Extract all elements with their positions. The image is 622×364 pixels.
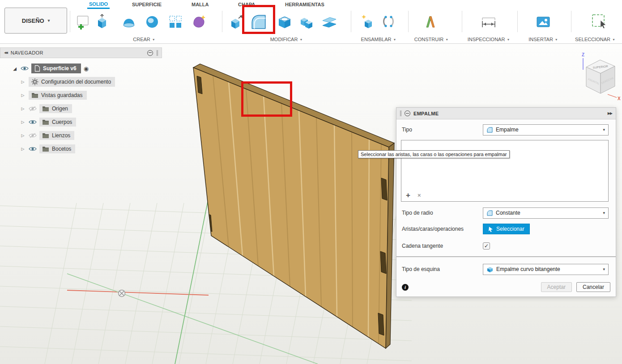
form-button[interactable] (189, 10, 209, 34)
chain-label: Cadena tangente (402, 243, 483, 249)
folder-icon (42, 119, 49, 125)
joint-button[interactable] (379, 10, 398, 34)
tab-herramientas[interactable]: HERRAMIENTAS (283, 0, 326, 9)
expand-arrow-icon[interactable]: ▷ (20, 147, 26, 151)
selection-list[interactable]: + × (401, 140, 609, 202)
remove-selection-icon[interactable]: × (418, 192, 421, 198)
navigator-root-item[interactable]: ◢ Superficie v6 ◉ (0, 63, 89, 74)
shell-button[interactable] (275, 10, 294, 34)
radio-type-label: Tipo de radio (402, 210, 483, 216)
navigator-item-canvases[interactable]: ▷ Lienzos (0, 130, 74, 141)
minimize-panel-icon[interactable] (147, 50, 153, 56)
seleccionar-button[interactable]: Seleccionar (483, 224, 530, 234)
design-dropdown[interactable]: DISEÑO ▾ (4, 8, 67, 34)
group-construir[interactable]: CONSTRUIR▼ (405, 36, 458, 43)
dock-dialog-icon[interactable]: ▶▶ (608, 111, 612, 115)
tab-malla[interactable]: MALLA (190, 0, 211, 9)
insert-image-button[interactable] (533, 10, 553, 34)
extrude-icon (94, 13, 111, 30)
navigator-item-origin[interactable]: ▷ Origen (0, 103, 72, 114)
visibility-on-icon[interactable] (29, 119, 37, 125)
viewcube[interactable]: Z SUPERIOR FRONTAL DERECHA X (576, 50, 622, 106)
aceptar-button[interactable]: Aceptar (541, 282, 572, 292)
collapse-panel-icon[interactable]: ◀◀ (4, 51, 7, 55)
sweep-button[interactable] (142, 10, 162, 34)
group-inspeccionar[interactable]: INSPECCIONAR▼ (462, 36, 515, 43)
measure-button[interactable] (479, 10, 498, 34)
caret-down-icon: ▾ (48, 18, 50, 23)
navigator-title: NAVEGADOR (11, 50, 43, 55)
group-seleccionar[interactable]: SELECCIONAR▼ (568, 36, 622, 43)
navigator-header[interactable]: ◀◀ NAVEGADOR (0, 47, 162, 58)
radio-type-dropdown[interactable]: Constante ▾ (483, 207, 609, 219)
construction-plane-button[interactable] (421, 10, 440, 34)
group-modificar[interactable]: MODIFICAR▼ (260, 36, 313, 43)
add-selection-icon[interactable]: + (406, 191, 410, 199)
dialog-drag-grip[interactable] (400, 110, 401, 116)
revolve-button[interactable] (119, 10, 139, 34)
group-crear[interactable]: CREAR▼ (122, 36, 166, 43)
corner-type-label: Tipo de esquina (402, 266, 483, 272)
root-item-label: Superficie v6 (43, 65, 77, 72)
tab-superficie[interactable]: SUPERFICIE (130, 0, 163, 9)
visibility-off-icon[interactable] (29, 106, 37, 111)
annotation-box-fillet-tool (242, 5, 275, 34)
caret-down-icon: ▼ (299, 38, 302, 41)
navigator-item-document-settings[interactable]: ▷ Configuración del documento (0, 76, 115, 88)
split-button[interactable] (320, 10, 339, 34)
create-sketch-button[interactable] (72, 10, 92, 34)
activate-component-icon[interactable]: ◉ (84, 65, 89, 72)
fusion-app: DISEÑO ▾ SOLIDO SUPERFICIE MALLA CHAPA H… (0, 0, 622, 364)
folder-icon (31, 93, 38, 98)
tipo-label: Tipo (402, 127, 483, 133)
radio-type-value: Constante (496, 210, 520, 216)
joint-icon (380, 13, 397, 30)
wood-panel-body[interactable] (193, 64, 394, 348)
y-axis-line (67, 274, 318, 364)
tipo-dropdown[interactable]: Empalme ▾ (483, 124, 609, 135)
annotation-box-panel-edge (241, 81, 292, 117)
combine-button[interactable] (297, 10, 317, 34)
viewcube-x-label: X (618, 96, 621, 101)
new-component-button[interactable] (358, 10, 378, 34)
expand-arrow-icon[interactable]: ▷ (20, 106, 26, 111)
sweep-icon (144, 13, 161, 30)
top-toolbar: DISEÑO ▾ SOLIDO SUPERFICIE MALLA CHAPA H… (0, 0, 622, 44)
expand-arrow-icon[interactable]: ▷ (20, 120, 26, 124)
caret-down-icon: ▾ (603, 127, 605, 132)
collapse-dialog-icon[interactable] (405, 110, 410, 116)
dialog-titlebar[interactable]: EMPALME ▶▶ (396, 108, 616, 119)
extrude-button[interactable] (92, 10, 112, 34)
panel-grip[interactable] (157, 50, 158, 56)
navigator-item-saved-views[interactable]: ▷ Vistas guardadas (0, 89, 87, 101)
pattern-button[interactable] (166, 10, 185, 34)
pattern-icon (167, 13, 184, 30)
expand-arrow-icon[interactable]: ▷ (20, 93, 26, 97)
caret-down-icon: ▼ (612, 38, 615, 41)
info-icon[interactable]: i (402, 284, 409, 291)
tab-solido[interactable]: SOLIDO (87, 0, 110, 9)
visibility-on-icon[interactable] (21, 66, 29, 71)
expand-arrow-icon[interactable]: ▷ (20, 133, 26, 138)
insert-image-icon (535, 13, 552, 30)
expand-arrow-icon[interactable]: ◢ (12, 66, 18, 71)
expand-arrow-icon[interactable]: ▷ (20, 80, 26, 84)
corner-type-dropdown[interactable]: Empalme curvo bitangente ▾ (483, 264, 609, 275)
navigator-item-bodies[interactable]: ▷ Cuerpos (0, 116, 76, 128)
select-button[interactable] (590, 10, 609, 34)
chain-tangent-checkbox[interactable]: ✓ (483, 242, 490, 250)
caret-down-icon: ▼ (445, 38, 448, 41)
navigator-item-sketches[interactable]: ▷ Bocetos (0, 143, 75, 155)
cancelar-button[interactable]: Cancelar (576, 282, 610, 292)
constant-radius-icon (486, 210, 493, 216)
visibility-on-icon[interactable] (29, 146, 37, 152)
group-ensamblar[interactable]: ENSAMBLAR▼ (352, 36, 405, 43)
cursor-icon (488, 226, 494, 232)
group-insertar[interactable]: INSERTAR▼ (516, 36, 570, 43)
origin-marker[interactable] (119, 290, 125, 297)
empalme-dialog: EMPALME ▶▶ Tipo Empalme ▾ + × Tipo de ra… (396, 107, 616, 297)
caret-down-icon: ▼ (393, 38, 396, 41)
visibility-off-icon[interactable] (29, 133, 37, 138)
measure-icon (480, 13, 497, 30)
edges-label: Aristas/caras/operaciones (402, 226, 483, 232)
